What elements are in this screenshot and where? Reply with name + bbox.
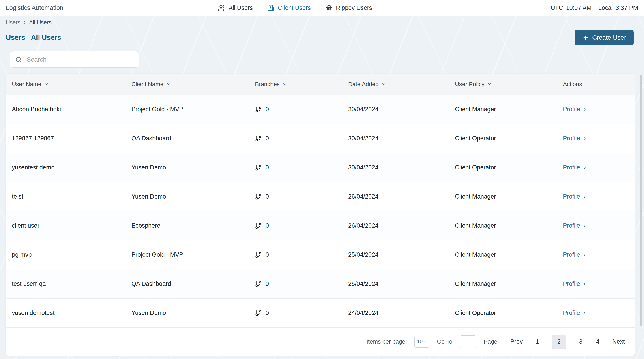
top-bar: Logistics Automation All Users Client Us…: [0, 0, 644, 16]
column-header-client-name[interactable]: Client Name: [132, 81, 255, 88]
profile-link-label: Profile: [563, 164, 580, 171]
profile-link[interactable]: Profile: [563, 193, 634, 200]
branches-cell: 0: [255, 222, 348, 229]
branches-cell: 0: [255, 164, 348, 171]
actions-cell: Profile: [563, 251, 634, 258]
profile-link[interactable]: Profile: [563, 281, 634, 287]
page-label: Page: [484, 338, 497, 345]
profile-link-label: Profile: [563, 251, 580, 258]
branch-count: 0: [266, 106, 269, 113]
all-users-icon: [218, 4, 226, 11]
chevron-right-icon: [582, 194, 587, 199]
branch-icon: [255, 164, 262, 171]
goto-page-input[interactable]: [460, 336, 476, 348]
column-header-actions: Actions: [563, 81, 634, 88]
profile-link[interactable]: Profile: [563, 164, 634, 171]
utc-label: UTC: [550, 4, 563, 11]
user-policy-cell: Client Manager: [455, 106, 563, 113]
breadcrumb-current[interactable]: All Users: [29, 19, 52, 26]
table-row: te st Yusen Demo 0 26/04/2024 Client Man…: [6, 182, 634, 211]
nav-item-all-users[interactable]: All Users: [218, 4, 253, 11]
page-number-1[interactable]: 1: [535, 338, 540, 345]
table-row: yusen demotest Yusen Demo 0 24/04/2024 C…: [6, 298, 634, 328]
page-number-4[interactable]: 4: [595, 338, 600, 345]
vertical-scrollbar[interactable]: [640, 75, 642, 326]
user-name-cell: test userr-qa: [12, 281, 132, 287]
profile-link[interactable]: Profile: [563, 251, 634, 258]
chevron-right-icon: [582, 136, 587, 141]
search-input[interactable]: [26, 56, 134, 63]
profile-link[interactable]: Profile: [563, 222, 634, 229]
client-users-icon: [268, 4, 275, 11]
chevron-right-icon: [582, 223, 587, 228]
branch-icon: [255, 135, 262, 142]
utc-time: 10:07 AM: [566, 4, 592, 11]
column-header-branches[interactable]: Branches: [255, 81, 348, 88]
sort-chevron-icon: [44, 82, 48, 86]
user-name-cell: Abcon Budhathoki: [12, 106, 132, 113]
create-user-label: Create User: [592, 34, 626, 41]
local-clock: Local 3:37 PM: [598, 4, 638, 11]
user-name-cell: te st: [12, 193, 132, 200]
page-number-2-active[interactable]: 2: [552, 335, 566, 349]
page-content: Users > All Users Users - All Users Crea…: [0, 16, 644, 359]
page-number-3[interactable]: 3: [578, 338, 583, 345]
page-title: Users - All Users: [6, 33, 61, 42]
branch-count: 0: [266, 222, 269, 229]
plus-icon: [582, 34, 589, 41]
column-header-user-policy[interactable]: User Policy: [455, 81, 563, 88]
utc-clock: UTC 10:07 AM: [550, 4, 592, 11]
column-label: Client Name: [132, 81, 164, 88]
column-label: Actions: [563, 81, 582, 88]
items-per-page-select[interactable]: 10: [414, 336, 429, 348]
profile-link-label: Profile: [563, 193, 580, 200]
actions-cell: Profile: [563, 193, 634, 200]
top-nav: All Users Client Users Rippey Users: [218, 0, 372, 16]
user-policy-cell: Client Manager: [455, 193, 563, 200]
chevron-right-icon: [582, 311, 587, 316]
table-row: test userr-qa QA Dashboard 0 25/04/2024 …: [6, 269, 634, 298]
profile-link[interactable]: Profile: [563, 135, 634, 142]
branches-cell: 0: [255, 310, 348, 317]
branch-count: 0: [266, 193, 269, 200]
profile-link-label: Profile: [563, 310, 580, 317]
branch-icon: [255, 193, 262, 200]
column-header-date-added[interactable]: Date Added: [348, 81, 455, 88]
create-user-button[interactable]: Create User: [575, 30, 634, 45]
branch-count: 0: [266, 251, 269, 258]
date-added-cell: 30/04/2024: [348, 164, 455, 171]
branch-count: 0: [266, 164, 269, 171]
actions-cell: Profile: [563, 310, 634, 317]
profile-link-label: Profile: [563, 106, 580, 113]
users-table-card: User Name Client Name Branches Date Adde…: [6, 74, 634, 356]
branch-icon: [255, 223, 262, 229]
next-page-button[interactable]: Next: [612, 338, 625, 345]
table-row: 129867 129867 QA Dashboard 0 30/04/2024 …: [6, 124, 634, 153]
profile-link[interactable]: Profile: [563, 106, 634, 113]
table-body: Abcon Budhathoki Project Gold - MVP 0 30…: [6, 95, 634, 328]
goto-label: Go To: [437, 338, 452, 345]
breadcrumb-separator: >: [23, 19, 26, 26]
nav-item-label: Client Users: [278, 4, 311, 11]
profile-link-label: Profile: [563, 281, 580, 287]
date-added-cell: 25/04/2024: [348, 281, 455, 287]
date-added-cell: 30/04/2024: [348, 135, 455, 142]
actions-cell: Profile: [563, 164, 634, 171]
profile-link-label: Profile: [563, 135, 580, 142]
breadcrumb-root[interactable]: Users: [6, 19, 20, 26]
profile-link[interactable]: Profile: [563, 310, 634, 317]
branch-icon: [255, 281, 262, 287]
column-header-user-name[interactable]: User Name: [12, 81, 132, 88]
date-added-cell: 24/04/2024: [348, 310, 455, 317]
title-row: Users - All Users Create User: [0, 26, 644, 45]
user-policy-cell: Client Manager: [455, 251, 563, 258]
branch-icon: [255, 106, 262, 113]
table-header: User Name Client Name Branches Date Adde…: [6, 74, 634, 95]
profile-link-label: Profile: [563, 222, 580, 229]
prev-page-button[interactable]: Prev: [510, 338, 523, 345]
nav-item-rippey-users[interactable]: Rippey Users: [326, 4, 372, 11]
caret-down-icon: [424, 340, 427, 343]
nav-item-client-users[interactable]: Client Users: [268, 4, 311, 11]
breadcrumb: Users > All Users: [0, 16, 644, 26]
local-time: 3:37 PM: [616, 4, 638, 11]
